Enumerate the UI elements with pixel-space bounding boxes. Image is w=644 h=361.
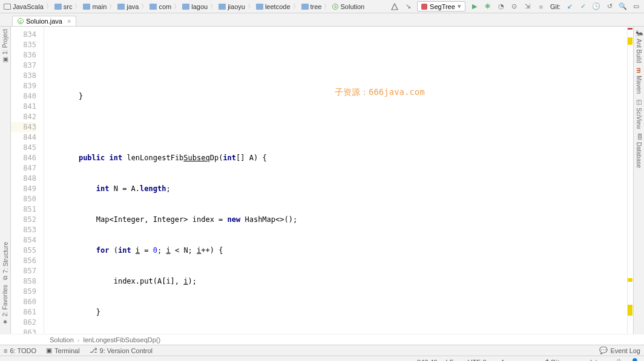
code-line: Map<Integer, Integer> index = new HashMa… bbox=[61, 215, 627, 225]
code-area[interactable]: 子资源：666java.com } public int lenLongestF… bbox=[44, 27, 627, 334]
vcs-commit-icon[interactable]: ✓ bbox=[579, 2, 587, 11]
coverage-icon[interactable]: ◔ bbox=[497, 2, 505, 11]
tab-soluion[interactable]: c Soluion.java × bbox=[12, 16, 76, 26]
tw-terminal[interactable]: ▣ Terminal bbox=[46, 346, 80, 354]
bc-lagou[interactable]: lagou bbox=[182, 3, 208, 10]
chevron-right-icon: 〉 bbox=[174, 2, 180, 11]
bc-solution[interactable]: cSolution bbox=[332, 3, 364, 10]
attach-icon[interactable]: ⇲ bbox=[524, 2, 532, 11]
chevron-right-icon: 〉 bbox=[109, 2, 115, 11]
bc-jiaoyu[interactable]: jiaoyu bbox=[218, 3, 245, 10]
debug-icon[interactable]: ❋ bbox=[484, 2, 492, 11]
profile-icon[interactable]: ⊙ bbox=[510, 2, 519, 11]
run-config-selector[interactable]: SegTree▾ bbox=[417, 1, 465, 11]
code-line: public int lenLongestFibSubseqDp(int[] A… bbox=[61, 153, 627, 163]
branch-icon bbox=[541, 358, 549, 361]
crumb-method[interactable]: lenLongestFibSubseqDp() bbox=[83, 336, 160, 343]
code-line: } bbox=[61, 307, 627, 317]
breadcrumb: JavaScala 〉 src 〉 main 〉 java 〉 com 〉 la… bbox=[4, 2, 388, 11]
settings-icon[interactable]: ▭ bbox=[632, 2, 640, 11]
warn-mark-icon[interactable] bbox=[628, 278, 632, 282]
warn-mark-icon[interactable] bbox=[628, 37, 632, 45]
status-indent[interactable]: 4 spaces ÷ bbox=[501, 359, 533, 362]
close-icon[interactable]: × bbox=[67, 18, 71, 25]
bc-leetcode[interactable]: leetcode bbox=[256, 3, 291, 10]
tw-todo[interactable]: ≡ 6: TODO bbox=[4, 347, 36, 354]
vcs-revert-icon[interactable]: ↺ bbox=[605, 2, 614, 11]
line-gutter: 8348358368378388398408418428438448458468… bbox=[11, 27, 44, 334]
chevron-right-icon: 〉 bbox=[210, 2, 216, 11]
editor-tabs: c Soluion.java × bbox=[0, 13, 644, 27]
tool-project[interactable]: ▣ 1: Project bbox=[2, 29, 8, 63]
editor[interactable]: 8348358368378388398408418428438448458468… bbox=[11, 27, 633, 334]
main-area: ▣ 1: Project ⧉ 7: Structure ★ 2: Favorit… bbox=[0, 27, 644, 334]
build-icon[interactable] bbox=[390, 2, 399, 11]
left-tool-strip: ▣ 1: Project ⧉ 7: Structure ★ 2: Favorit… bbox=[0, 27, 11, 334]
status-git[interactable]: Git: prepare-data ÷ bbox=[541, 358, 606, 361]
tool-window-bar: ≡ 6: TODO ▣ Terminal ⎇ 9: Version Contro… bbox=[0, 345, 644, 356]
chevron-right-icon: › bbox=[77, 336, 80, 343]
chevron-right-icon: 〉 bbox=[141, 2, 147, 11]
status-le[interactable]: LF ÷ bbox=[446, 359, 459, 362]
chevron-right-icon: 〉 bbox=[248, 2, 254, 11]
tool-database[interactable]: 🗄 Database bbox=[636, 134, 643, 168]
bc-root[interactable]: JavaScala bbox=[4, 3, 44, 10]
bc-tree[interactable]: tree bbox=[301, 3, 322, 10]
tw-vcs[interactable]: ⎇ 9: Version Control bbox=[90, 346, 153, 354]
tool-sciview[interactable]: ◫ SciView bbox=[636, 99, 642, 129]
hammer-icon[interactable]: ↘ bbox=[404, 2, 412, 11]
status-bar: 843:49 LF ÷ UTF-8 ÷ 4 spaces ÷ Git: prep… bbox=[0, 356, 644, 361]
warn-mark-icon[interactable] bbox=[628, 305, 632, 316]
toolbar-actions: ↘ SegTree▾ ▶ ❋ ◔ ⊙ ⇲ ■ Git: ↙ ✓ 🕓 ↺ 🔍 ▭ bbox=[390, 1, 640, 11]
code-line: for (int i = 0; i < N; i++) { bbox=[61, 246, 627, 256]
lock-icon[interactable] bbox=[615, 359, 622, 361]
vcs-history-icon[interactable]: 🕓 bbox=[592, 2, 600, 11]
tool-maven[interactable]: m Maven bbox=[636, 68, 642, 94]
code-line: int N = A.length; bbox=[61, 184, 627, 194]
vcs-update-icon[interactable]: ↙ bbox=[565, 2, 574, 11]
bc-src[interactable]: src bbox=[54, 3, 73, 10]
chevron-right-icon: 〉 bbox=[293, 2, 299, 11]
code-line bbox=[61, 122, 627, 132]
navigation-bar: JavaScala 〉 src 〉 main 〉 java 〉 com 〉 la… bbox=[0, 0, 644, 13]
crumb-class[interactable]: Solution bbox=[50, 336, 74, 343]
code-line bbox=[61, 60, 627, 71]
status-enc[interactable]: UTF-8 ÷ bbox=[468, 359, 492, 362]
search-icon[interactable]: 🔍 bbox=[619, 2, 627, 11]
error-stripe[interactable] bbox=[627, 27, 633, 334]
editor-breadcrumb: Solution › lenLongestFibSubseqDp() bbox=[0, 334, 644, 345]
tool-ant[interactable]: 🐜 Ant Build bbox=[636, 29, 642, 63]
tab-label: Soluion.java bbox=[26, 18, 62, 25]
right-tool-strip: 🐜 Ant Build m Maven ◫ SciView 🗄 Database bbox=[633, 27, 644, 334]
chevron-right-icon: 〉 bbox=[74, 2, 80, 11]
class-icon: c bbox=[18, 18, 24, 24]
code-line: } bbox=[61, 91, 627, 102]
chevron-right-icon: 〉 bbox=[46, 2, 52, 11]
code-line: index.put(A[i], i); bbox=[61, 276, 627, 287]
run-icon[interactable]: ▶ bbox=[470, 2, 479, 11]
chevron-right-icon: 〉 bbox=[324, 2, 330, 11]
stop-icon[interactable]: ■ bbox=[537, 2, 545, 11]
warn-mark-icon[interactable] bbox=[628, 28, 632, 30]
status-man-icon[interactable]: 👤 bbox=[631, 358, 639, 361]
tw-eventlog[interactable]: 💬 Event Log bbox=[599, 346, 640, 354]
tool-structure[interactable]: ⧉ 7: Structure bbox=[2, 242, 9, 280]
bc-main[interactable]: main bbox=[83, 3, 107, 10]
bc-com[interactable]: com bbox=[150, 3, 171, 10]
tool-favorites[interactable]: ★ 2: Favorites bbox=[2, 285, 8, 325]
status-pos[interactable]: 843:49 bbox=[417, 359, 438, 362]
bc-java[interactable]: java bbox=[117, 3, 139, 10]
git-label: Git: bbox=[550, 3, 560, 10]
